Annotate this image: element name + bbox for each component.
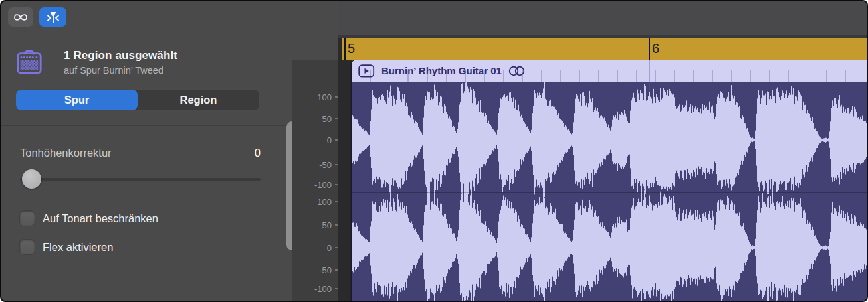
beat-tick [389,70,390,82]
beat-tick [541,70,542,82]
show-flex-button[interactable] [39,7,66,27]
beat-tick [446,70,447,82]
tab-region[interactable]: Region [138,90,259,110]
region-play-icon[interactable] [358,64,375,78]
catch-playhead-button[interactable] [8,7,33,27]
measure-number: 6 [652,38,659,60]
beat-tick [560,70,561,82]
beat-tick [636,70,637,82]
bowtie-icon [13,9,29,25]
beat-tick [370,70,371,82]
beat-tick [769,70,770,82]
selection-title: 1 Region ausgewählt [64,49,177,62]
beat-tick [808,70,809,82]
beat-tick [788,70,790,82]
track-lane-strip [338,38,352,302]
beat-tick [579,70,580,82]
limit-to-key-label: Auf Tonart beschränken [43,212,158,225]
pitch-slider-thumb[interactable] [22,169,41,189]
beat-ruler[interactable]: 56 [342,38,868,60]
beat-tick [503,70,504,82]
beat-tick [674,70,675,82]
beat-tick [407,70,409,82]
editor-top-strip [338,1,868,35]
amp-icon [15,48,43,76]
pitch-correction-value: 0 [134,147,261,159]
waveform-canvas[interactable] [352,82,868,302]
beat-tick [826,70,827,82]
tab-spur[interactable]: Spur [16,90,138,110]
beat-tick [522,70,523,82]
pitch-correction-label: Tonhöhenkorrektur [20,147,112,159]
measure-number: 5 [348,38,355,60]
beat-tick [693,70,695,82]
measure-line [649,60,650,82]
measure-tick [344,38,346,60]
beat-tick [750,70,752,82]
stereo-circles-icon [507,65,526,77]
flex-marker-icon [45,9,61,25]
enable-flex-label: Flex aktivieren [43,241,113,254]
pitch-correction-slider[interactable] [20,178,261,181]
beat-tick [427,70,428,82]
beat-tick [465,70,466,82]
beat-tick [617,70,618,82]
measure-tick [649,38,650,60]
beat-tick [484,70,485,82]
limit-to-key-checkbox[interactable] [20,211,35,226]
beat-tick [598,70,599,82]
beat-tick [731,70,732,82]
audio-editor-window: 1 Region ausgewählt auf Spur Burnin’ Twe… [0,0,868,302]
amplitude-scale-column [292,60,338,302]
enable-flex-checkbox[interactable] [20,240,35,254]
beat-tick [655,70,657,82]
selection-subtitle: auf Spur Burnin’ Tweed [64,65,163,76]
region-header[interactable]: Burnin’ Rhythm Guitar 01 [352,60,868,82]
beat-tick [865,70,866,82]
beat-tick [712,70,713,82]
inspector-tab-bar: Spur Region [16,90,259,110]
beat-tick [845,70,847,82]
